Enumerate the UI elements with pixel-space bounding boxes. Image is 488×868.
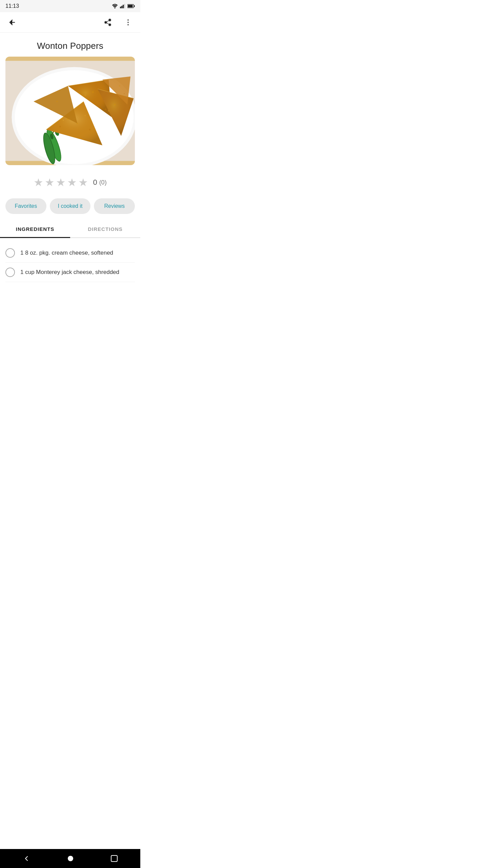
status-bar: 11:13 bbox=[0, 0, 140, 12]
star-2[interactable]: ★ bbox=[45, 176, 55, 189]
svg-point-39 bbox=[99, 101, 100, 102]
svg-point-34 bbox=[63, 120, 64, 121]
ingredients-section: 1 8 oz. pkg. cream cheese, softened 1 cu… bbox=[0, 238, 140, 288]
share-button[interactable] bbox=[101, 16, 115, 29]
signal-icon bbox=[120, 4, 125, 8]
svg-point-33 bbox=[89, 129, 91, 131]
svg-point-53 bbox=[119, 85, 120, 86]
svg-point-13 bbox=[127, 19, 129, 21]
svg-point-41 bbox=[105, 108, 106, 110]
tab-ingredients[interactable]: INGREDIENTS bbox=[0, 221, 70, 237]
recipe-title-section: Wonton Poppers bbox=[0, 33, 140, 57]
more-vertical-icon bbox=[124, 18, 132, 26]
svg-point-45 bbox=[114, 104, 116, 105]
star-4[interactable]: ★ bbox=[67, 176, 77, 189]
ingredient-text-2: 1 cup Monterey jack cheese, shredded bbox=[20, 269, 119, 276]
nav-left bbox=[5, 16, 19, 29]
tab-directions[interactable]: DIRECTIONS bbox=[70, 221, 140, 237]
tabs-section: INGREDIENTS DIRECTIONS bbox=[0, 221, 140, 238]
tab-underline bbox=[0, 237, 70, 238]
svg-line-12 bbox=[107, 20, 109, 22]
back-arrow-icon bbox=[8, 18, 16, 26]
stars-container[interactable]: ★ ★ ★ ★ ★ bbox=[34, 176, 88, 189]
svg-rect-3 bbox=[123, 5, 124, 8]
svg-rect-1 bbox=[120, 7, 121, 8]
cooked-it-button[interactable]: I cooked it bbox=[50, 198, 91, 214]
svg-point-38 bbox=[92, 91, 94, 93]
svg-point-31 bbox=[59, 126, 61, 127]
status-icons bbox=[112, 4, 135, 8]
svg-point-46 bbox=[122, 113, 123, 115]
ingredient-item: 1 cup Monterey jack cheese, shredded bbox=[5, 263, 135, 282]
star-5[interactable]: ★ bbox=[78, 176, 88, 189]
back-button[interactable] bbox=[5, 16, 19, 29]
ingredient-checkbox-1[interactable] bbox=[5, 248, 15, 258]
svg-point-14 bbox=[127, 22, 129, 23]
star-1[interactable]: ★ bbox=[34, 176, 43, 189]
favorites-button[interactable]: Favorites bbox=[5, 198, 46, 214]
svg-rect-6 bbox=[128, 5, 133, 7]
svg-point-47 bbox=[108, 110, 109, 112]
star-3[interactable]: ★ bbox=[56, 176, 66, 189]
ingredient-item: 1 8 oz. pkg. cream cheese, softened bbox=[5, 243, 135, 263]
svg-point-32 bbox=[84, 115, 86, 116]
reviews-button[interactable]: Reviews bbox=[94, 198, 135, 214]
nav-right bbox=[101, 16, 135, 29]
svg-point-40 bbox=[84, 95, 86, 96]
rating-section: ★ ★ ★ ★ ★ 0 (0) bbox=[0, 171, 140, 194]
more-options-button[interactable] bbox=[121, 16, 135, 29]
battery-icon bbox=[127, 4, 135, 8]
svg-point-50 bbox=[56, 101, 58, 102]
ingredient-checkbox-2[interactable] bbox=[5, 268, 15, 277]
ingredient-text-1: 1 8 oz. pkg. cream cheese, softened bbox=[20, 250, 113, 256]
status-time: 11:13 bbox=[5, 3, 19, 9]
rating-count: (0) bbox=[99, 179, 107, 186]
action-buttons: Favorites I cooked it Reviews bbox=[0, 194, 140, 221]
svg-point-51 bbox=[50, 109, 52, 110]
top-nav-bar bbox=[0, 12, 140, 33]
svg-point-0 bbox=[115, 8, 116, 9]
rating-value: 0 bbox=[93, 178, 97, 187]
svg-rect-2 bbox=[121, 6, 122, 8]
svg-line-11 bbox=[107, 23, 109, 24]
wifi-icon bbox=[112, 4, 118, 8]
recipe-title: Wonton Poppers bbox=[5, 41, 135, 51]
svg-point-15 bbox=[127, 24, 129, 25]
recipe-image-container bbox=[5, 57, 135, 165]
recipe-image bbox=[5, 57, 135, 165]
svg-point-54 bbox=[124, 93, 125, 94]
svg-rect-4 bbox=[124, 4, 125, 8]
share-icon bbox=[104, 18, 112, 26]
svg-rect-7 bbox=[134, 5, 135, 7]
